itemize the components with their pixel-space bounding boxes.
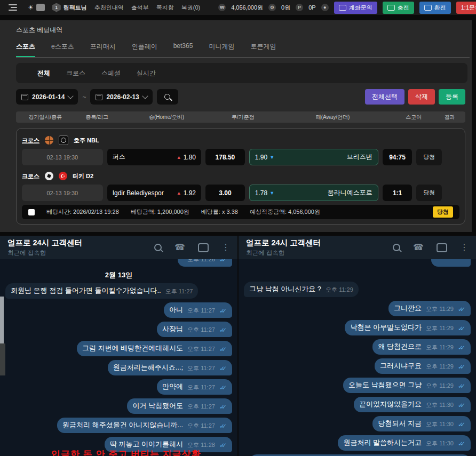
chat-message: 원금처리 해주셨을건 아니지않습니까...오후 11:27✓✓	[5, 418, 232, 433]
bet-time: 베팅시간: 2026/02/13 19:28	[46, 208, 119, 216]
search-icon[interactable]	[154, 244, 162, 251]
menu-messages[interactable]: 쪽지함	[156, 4, 174, 12]
home-odds: 1.80	[184, 154, 196, 161]
draw-cell[interactable]: 178.50	[205, 149, 245, 165]
home-team: Igdir Belediyespor	[113, 189, 164, 197]
one-to-one-inquiry-button[interactable]: 1:1문의	[456, 2, 476, 14]
category-label[interactable]: 크로스	[22, 172, 39, 180]
menu-referral[interactable]: 추천인내역	[94, 4, 124, 12]
register-button[interactable]: 등록	[439, 89, 465, 105]
more-icon[interactable]: ⋮	[460, 243, 469, 252]
level-hexagon-icon: 1	[52, 3, 61, 12]
read-check-icon: ✓✓	[219, 259, 227, 263]
chat-message: 그럼 저번에 배팅한건에대해서도오후 11:27✓✓	[5, 341, 232, 356]
withdraw-icon	[424, 5, 432, 11]
theme-toggle[interactable]: ☀	[28, 4, 45, 11]
table-row: 02-13 19:30 Igdir Belediyespor ▲1.92 3.0…	[22, 185, 459, 201]
tab-tokengame[interactable]: 토큰게임	[250, 42, 276, 57]
win-badge: 당첨	[433, 206, 453, 218]
date-from-picker[interactable]: 2026-01-14	[16, 89, 78, 105]
picked-away-cell[interactable]: 1.90▼ 브리즈번	[249, 149, 378, 165]
score-cell: 94:75	[383, 149, 412, 165]
toggle-switch[interactable]	[36, 4, 45, 11]
home-team: 퍼스	[113, 153, 125, 162]
read-check-icon: ✓✓	[219, 422, 227, 430]
odds-down-icon: ▼	[269, 190, 274, 196]
chat-window-right: 얼프로 24시 고객센터 최근에 접속함 ☎ ⋮ 그냥 낙첨 아니신가요 ?오후…	[239, 236, 476, 456]
read-check-icon: ✓✓	[219, 346, 227, 353]
phone-icon[interactable]: ☎	[413, 243, 424, 252]
phone-icon[interactable]: ☎	[174, 243, 185, 252]
away-odds: 1.78	[255, 189, 267, 197]
category-label[interactable]: 크로스	[22, 137, 39, 145]
picked-away-cell[interactable]: 1.78▼ 움라니예스포르	[249, 185, 378, 201]
home-odds-cell[interactable]: Igdir Belediyespor ▲1.92	[107, 185, 201, 201]
deposit-button[interactable]: 충전	[383, 2, 414, 14]
draw-cell[interactable]: 3.00	[205, 185, 245, 201]
chat-message	[244, 259, 471, 267]
read-check-icon: ✓✓	[219, 307, 227, 315]
money-icon: ₩	[218, 4, 226, 11]
delete-button[interactable]: 삭제	[408, 89, 435, 105]
filter-live[interactable]: 실시간	[137, 69, 156, 78]
row-checkbox[interactable]	[28, 209, 35, 215]
league-row: 크로스 ☪ 터키 D2	[22, 169, 459, 183]
chat-header[interactable]: 얼프로 24시 고객센터 최근에 접속함 ☎ ⋮	[239, 236, 476, 259]
chat-message: 회원님 은행 점검 들어가면 돌이킬수가없습니다..오후 11:27	[5, 283, 232, 299]
read-check-icon: ✓✓	[219, 403, 227, 411]
hamburger-menu-icon[interactable]	[9, 4, 17, 11]
filter-special[interactable]: 스페셜	[101, 69, 121, 78]
expected-win: 예상적중금액: 4,056,000원	[250, 208, 320, 216]
select-all-button[interactable]: 전체선택	[365, 89, 404, 105]
tab-esports[interactable]: e스포츠	[51, 42, 74, 57]
message-list[interactable]: 오후 11:26✓✓ 2월 13일 회원님 은행 점검 들어가면 돌이킬수가없습…	[0, 259, 237, 456]
read-check-icon: ✓✓	[458, 382, 465, 390]
topbar-right: ₩ 4,056,000원 ⚙ 0원 P 0P ● 계좌문의 충전 환전 1:1문…	[218, 2, 471, 14]
bet-odds: 배당률: x 3.38	[201, 208, 238, 216]
filter-cross[interactable]: 크로스	[66, 69, 85, 78]
video-call-icon[interactable]	[437, 243, 447, 252]
soccer-icon	[45, 172, 53, 180]
account-inquiry-button[interactable]: 계좌문의	[334, 2, 377, 14]
withdraw-button[interactable]: 환전	[419, 2, 451, 14]
header-draw: 무/기준점	[213, 114, 272, 121]
calendar-icon	[21, 94, 28, 100]
home-odds-cell[interactable]: 퍼스 ▲1.80	[107, 149, 201, 165]
coin-amount: 0원	[281, 4, 290, 12]
search-icon[interactable]	[393, 244, 400, 251]
filter-all[interactable]: 전체	[37, 69, 50, 78]
tab-sports[interactable]: 스포츠	[16, 42, 35, 57]
menu-lottery[interactable]: 복권(0)	[181, 4, 200, 12]
message-list[interactable]: 그냥 낙첨 아니신가요 ?오후 11:29 그니깐요오후 11:29✓✓ 낙첨은…	[239, 259, 476, 456]
filter-bar: 전체 크로스 스페셜 실시간	[16, 63, 467, 83]
tab-inplay[interactable]: 인플레이	[132, 42, 157, 57]
date-separator: ~	[82, 93, 86, 101]
window-edge-artifact	[0, 297, 4, 343]
read-check-icon: ✓✓	[219, 365, 227, 372]
read-check-icon: ✓✓	[458, 306, 465, 313]
more-icon[interactable]: ⋮	[221, 243, 230, 252]
chat-window-left: 얼프로 24시 고객센터 최근에 접속함 ☎ ⋮ 오후 11:26✓✓ 2월 1…	[0, 236, 237, 456]
chat-message: 원금처리는해주시죠...;오후 11:27✓✓	[5, 360, 232, 375]
tab-bet365[interactable]: bet365	[173, 42, 193, 57]
chat-message: 만약에오후 11:27✓✓	[5, 379, 232, 395]
tab-prematch[interactable]: 프리매치	[90, 42, 116, 57]
game-time: 02-13 19:30	[22, 185, 103, 201]
chat-header[interactable]: 얼프로 24시 고객센터 최근에 접속함 ☎ ⋮	[0, 236, 237, 259]
table-header-row: 경기일시/종류 종목/리그 승(Home/오버) 무/기준점 패(Away/언더…	[16, 111, 465, 123]
chat-status: 최근에 접속함	[246, 249, 321, 257]
chat-message: 오늘도 낙첨됐으면 그냥오후 11:29✓✓	[244, 378, 471, 393]
date-from-value: 2026-01-14	[32, 93, 65, 101]
basketball-icon	[45, 136, 53, 145]
date-filter-row: 2026-01-14 ~ 2026-02-13 전체선택 삭제 등록	[16, 89, 465, 105]
date-to-picker[interactable]: 2026-02-13	[90, 89, 152, 105]
chat-message: 아니오후 11:27✓✓	[5, 302, 232, 318]
table-row: 02-13 19:30 퍼스 ▲1.80 178.50 1.90▼ 브리즈번 9…	[22, 149, 459, 165]
menu-attendance[interactable]: 출석부	[131, 4, 149, 12]
video-call-icon[interactable]	[198, 243, 209, 252]
app-screen: ☀ 1 림팩트님 추천인내역 출석부 쪽지함 복권(0) ₩ 4,056,000…	[0, 0, 476, 456]
top-navbar: ☀ 1 림팩트님 추천인내역 출석부 쪽지함 복권(0) ₩ 4,056,000…	[0, 0, 476, 15]
search-button[interactable]	[157, 89, 178, 105]
tab-minigame[interactable]: 미니게임	[209, 42, 234, 57]
header-datetime: 경기일시/종류	[16, 114, 74, 121]
